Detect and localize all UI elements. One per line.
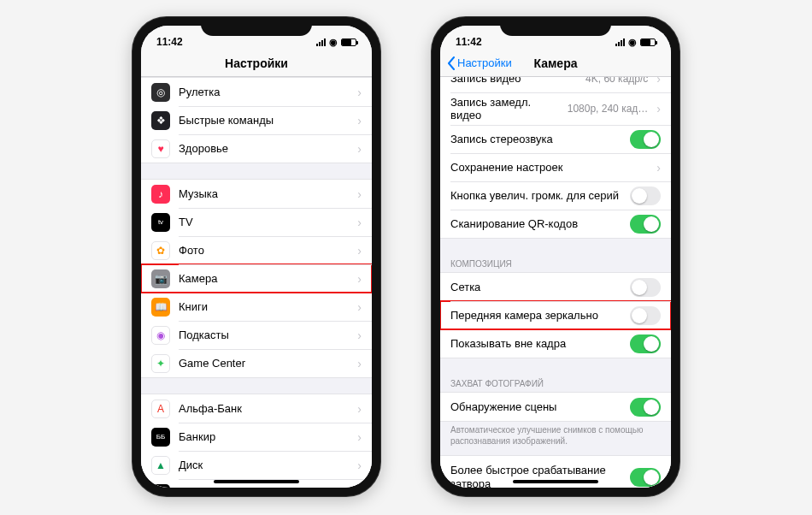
chevron-right-icon: ›	[357, 357, 362, 370]
settings-group: AАльфа-Банк›БББанкир›▲Диск›ДіяДія›≡Докум…	[141, 394, 372, 488]
row-label: Фото	[179, 244, 349, 257]
app-icon: ♥	[151, 139, 170, 158]
toggle-switch[interactable]	[630, 468, 661, 487]
settings-row-музыка[interactable]: ♪Музыка›	[141, 180, 372, 208]
toggle-switch[interactable]	[630, 130, 661, 149]
chevron-right-icon: ›	[357, 142, 362, 156]
settings-row-альфа-банк[interactable]: AАльфа-Банк›	[141, 394, 372, 423]
row-label: Запись замедл. видео	[450, 96, 559, 121]
row-label: Сканирование QR-кодов	[450, 217, 621, 230]
camera-row-сохранение-настроек[interactable]: Сохранение настроек›	[440, 153, 671, 181]
row-label: Сохранение настроек	[450, 161, 648, 174]
wifi-icon: ◉	[628, 37, 637, 48]
app-icon: A	[151, 400, 170, 418]
back-label: Настройки	[457, 56, 512, 69]
settings-row-рулетка[interactable]: ◎Рулетка›	[141, 78, 372, 106]
app-icon: ▲	[151, 456, 170, 475]
camera-row-обнаружение-сцены[interactable]: Обнаружение сцены	[440, 393, 671, 421]
toggle-switch[interactable]	[630, 334, 661, 353]
toggle-switch[interactable]	[630, 306, 661, 325]
row-label: Кнопка увелич. громк. для серий	[450, 189, 621, 202]
row-label: Рулетка	[179, 86, 349, 98]
settings-row-фото[interactable]: ✿Фото›	[141, 236, 372, 264]
toggle-switch[interactable]	[630, 215, 661, 234]
screen-settings: 11:42 ◉ Настройки ◎Рулетка›❖Быстрые кома…	[141, 26, 372, 488]
app-icon: Дія	[151, 484, 170, 488]
chevron-right-icon: ›	[656, 77, 661, 86]
battery-icon	[341, 38, 356, 46]
navbar-camera: Настройки Камера	[440, 50, 671, 77]
row-value: 4K, 60 кадр/с	[585, 77, 648, 85]
camera-row-кнопка-увелич-громк-для-серий[interactable]: Кнопка увелич. громк. для серий	[440, 181, 671, 210]
settings-row-game-center[interactable]: ✦Game Center›	[141, 349, 372, 377]
signal-icon	[615, 38, 625, 46]
row-label: Сетка	[450, 281, 621, 293]
status-time: 11:42	[456, 36, 482, 48]
row-label: Музыка	[179, 187, 349, 200]
settings-list[interactable]: ◎Рулетка›❖Быстрые команды›♥Здоровье›♪Муз…	[141, 77, 372, 488]
row-label: TV	[179, 216, 349, 228]
settings-group: ◎Рулетка›❖Быстрые команды›♥Здоровье›	[141, 77, 372, 163]
row-label: Передняя камера зеркально	[450, 309, 621, 322]
app-icon: 📖	[151, 298, 170, 317]
app-icon: ◎	[151, 83, 170, 102]
wifi-icon: ◉	[329, 37, 338, 48]
chevron-right-icon: ›	[357, 86, 362, 99]
row-label: Банкир	[179, 430, 349, 443]
status-time: 11:42	[156, 36, 183, 48]
camera-settings-list[interactable]: Запись видео4K, 60 кадр/с›Запись замедл.…	[440, 77, 671, 488]
settings-row-диск[interactable]: ▲Диск›	[141, 451, 372, 479]
signal-icon	[316, 38, 326, 46]
chevron-right-icon: ›	[357, 487, 362, 488]
toggle-switch[interactable]	[630, 398, 661, 417]
camera-row-показывать-вне-кадра[interactable]: Показывать вне кадра	[440, 329, 671, 358]
camera-row-запись-видео[interactable]: Запись видео4K, 60 кадр/с›	[440, 77, 671, 92]
camera-row-сетка[interactable]: Сетка	[440, 273, 671, 301]
settings-row-быстрые-команды[interactable]: ❖Быстрые команды›	[141, 106, 372, 134]
settings-row-подкасты[interactable]: ◉Подкасты›	[141, 321, 372, 349]
settings-row-камера[interactable]: 📷Камера›	[141, 264, 372, 293]
back-button[interactable]: Настройки	[447, 50, 512, 76]
row-label: Показывать вне кадра	[450, 337, 621, 350]
app-icon: ◉	[151, 326, 170, 345]
chevron-right-icon: ›	[357, 300, 362, 314]
row-label: Обнаружение сцены	[450, 400, 621, 413]
app-icon: ✿	[151, 241, 170, 260]
settings-row-здоровье[interactable]: ♥Здоровье›	[141, 134, 372, 163]
notch	[500, 17, 611, 36]
camera-row-передняя-камера-зеркально[interactable]: Передняя камера зеркально	[440, 301, 671, 329]
home-indicator[interactable]	[513, 480, 598, 483]
chevron-right-icon: ›	[357, 272, 362, 286]
app-icon: ✦	[151, 354, 170, 373]
page-title: Настройки	[225, 56, 288, 70]
settings-row-книги[interactable]: 📖Книги›	[141, 293, 372, 321]
settings-row-tv[interactable]: tvTV›	[141, 208, 372, 236]
status-right: ◉	[615, 37, 656, 48]
row-label: Камера	[179, 272, 349, 285]
row-label: Подкасты	[179, 329, 349, 341]
app-icon: ББ	[151, 428, 170, 447]
row-label: Здоровье	[179, 142, 349, 155]
screen-camera: 11:42 ◉ Настройки Камера Запись видео4K,…	[440, 26, 671, 488]
camera-row-сканирование-qr-кодов[interactable]: Сканирование QR-кодов	[440, 210, 671, 238]
navbar-settings: Настройки	[141, 50, 372, 77]
row-label: Запись видео	[450, 77, 577, 85]
notch	[201, 17, 312, 36]
settings-row-банкир[interactable]: БББанкир›	[141, 423, 372, 451]
toggle-switch[interactable]	[630, 278, 661, 297]
app-icon: tv	[151, 213, 170, 232]
page-title: Камера	[534, 56, 578, 70]
row-label: Дія	[179, 487, 349, 488]
home-indicator[interactable]	[214, 480, 299, 483]
row-value: 1080p, 240 кад…	[568, 103, 649, 115]
camera-row-запись-стереозвука[interactable]: Запись стереозвука	[440, 125, 671, 153]
row-label: Более быстрое срабатывание затвора	[450, 459, 621, 488]
section-header-composition: КОМПОЗИЦИЯ	[440, 254, 671, 272]
camera-row-запись-замедл-видео[interactable]: Запись замедл. видео1080p, 240 кад…›	[440, 92, 671, 125]
section-header-capture: ЗАХВАТ ФОТОГРАФИЙ	[440, 374, 671, 392]
app-icon: ❖	[151, 111, 170, 130]
row-label: Альфа-Банк	[179, 402, 349, 415]
toggle-switch[interactable]	[630, 186, 661, 205]
row-label: Запись стереозвука	[450, 133, 621, 145]
chevron-right-icon: ›	[357, 216, 362, 229]
